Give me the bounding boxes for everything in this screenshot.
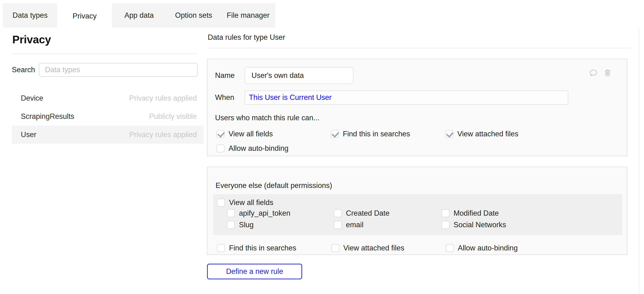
permissions-intro: Users who match this rule can... (215, 114, 619, 122)
checkbox-field-modified-date[interactable]: Modified Date (442, 209, 499, 217)
checkbox-field-email[interactable]: email (334, 221, 364, 229)
checkbox-box (442, 209, 450, 217)
content-right-border (639, 28, 639, 294)
tab-label: Data types (12, 11, 48, 20)
tab-privacy[interactable]: Privacy (57, 3, 112, 29)
checkbox-label: View all fields (228, 130, 273, 138)
define-new-rule-button[interactable]: Define a new rule (207, 264, 302, 279)
checkbox-label: Modified Date (454, 209, 499, 217)
checkbox-label: Slug (239, 221, 254, 229)
checkbox-find-in-searches[interactable]: Find this in searches (331, 130, 410, 138)
checkbox-box (217, 199, 225, 207)
right-panel: Data rules for type User (207, 33, 631, 279)
checkbox-box (227, 209, 235, 217)
data-type-name: User (21, 130, 36, 139)
rule-card: Name When This User is Current User User… (207, 59, 628, 156)
tab-label: App data (124, 11, 154, 20)
data-type-name: Device (21, 94, 43, 103)
when-label: When (215, 93, 245, 102)
search-row: Search (12, 63, 204, 77)
tab-app-data[interactable]: App data (112, 3, 166, 28)
checkbox-default-allow-auto-binding[interactable]: Allow auto-binding (446, 244, 518, 252)
fields-row-1: apify_api_token Created Date Modified Da… (227, 208, 622, 219)
list-item-user[interactable]: User Privacy rules applied (12, 125, 204, 144)
tab-data-types[interactable]: Data types (3, 3, 57, 28)
checkbox-box (331, 244, 339, 252)
checkbox-allow-auto-binding[interactable]: Allow auto-binding (216, 144, 288, 153)
when-row: When This User is Current User (215, 90, 619, 105)
checkbox-field-created-date[interactable]: Created Date (334, 209, 390, 217)
checkbox-label: email (346, 221, 364, 229)
list-item-device[interactable]: Device Privacy rules applied (12, 89, 204, 107)
checkbox-label: Social Networks (454, 221, 506, 229)
rule-card-actions (589, 68, 612, 78)
name-row: Name (215, 67, 619, 84)
checkbox-default-view-all-fields[interactable]: View all fields (217, 198, 273, 207)
name-label: Name (215, 71, 245, 80)
checkbox-box (442, 221, 450, 229)
comment-icon[interactable] (589, 68, 598, 78)
checkbox-view-all-fields[interactable]: View all fields (216, 130, 273, 138)
divider (12, 54, 198, 54)
checkbox-label: Find this in searches (229, 244, 296, 252)
data-type-name: ScrapingResults (21, 112, 74, 121)
fields-row-2: Slug email Social Networks (227, 219, 622, 231)
page-title: Privacy (12, 33, 204, 46)
permissions-row-1: View all fields Find this in searches Vi… (216, 130, 619, 139)
checkbox-box (227, 221, 235, 229)
checkbox-box (216, 130, 224, 138)
checkbox-box (216, 144, 224, 152)
checkbox-box (217, 244, 225, 252)
data-type-status: Privacy rules applied (129, 130, 197, 139)
data-type-list: Device Privacy rules applied ScrapingRes… (12, 89, 204, 144)
checkbox-field-apify-api-token[interactable]: apify_api_token (227, 209, 290, 217)
checkbox-box (334, 209, 342, 217)
checkbox-label: Allow auto-binding (458, 244, 518, 252)
checkbox-label: View attached files (343, 244, 404, 252)
checkbox-field-slug[interactable]: Slug (227, 221, 254, 229)
checkbox-label: Created Date (346, 209, 390, 217)
checkbox-box (331, 130, 339, 138)
checkbox-label: View attached files (457, 130, 518, 138)
divider (207, 48, 631, 48)
tab-label: File manager (227, 11, 270, 20)
search-input[interactable] (39, 63, 198, 77)
fields-region: View all fields apify_api_token Created (213, 194, 622, 235)
checkbox-label: View all fields (229, 198, 273, 207)
left-panel: Privacy Search Device Privacy rules appl… (12, 33, 204, 144)
rules-header: Data rules for type User (207, 33, 631, 42)
privacy-settings-screen: Data types Privacy App data Option sets … (0, 0, 644, 294)
data-type-status: Publicly visible (149, 112, 197, 121)
data-type-status: Privacy rules applied (129, 94, 197, 103)
checkbox-view-attached-files[interactable]: View attached files (445, 130, 518, 138)
checkbox-label: Allow auto-binding (228, 144, 288, 153)
default-permissions-row: Find this in searches View attached file… (217, 244, 620, 253)
checkbox-box (445, 130, 453, 138)
tab-file-manager[interactable]: File manager (221, 3, 276, 28)
list-item-scrapingresults[interactable]: ScrapingResults Publicly visible (12, 107, 204, 125)
default-permissions-card: Everyone else (default permissions) View… (207, 167, 628, 255)
tab-label: Privacy (73, 12, 97, 20)
tab-label: Option sets (175, 11, 212, 20)
checkbox-label: apify_api_token (239, 209, 290, 217)
permissions-row-2: Allow auto-binding (216, 144, 619, 153)
checkbox-default-view-attached-files[interactable]: View attached files (331, 244, 404, 252)
when-condition-box[interactable]: This User is Current User (245, 90, 568, 105)
tab-bar: Data types Privacy App data Option sets … (3, 3, 276, 28)
search-label: Search (12, 66, 39, 74)
default-card-title: Everyone else (default permissions) (213, 181, 620, 190)
checkbox-box (334, 221, 342, 229)
view-all-fields-row: View all fields (217, 197, 622, 208)
trash-icon[interactable] (603, 68, 612, 78)
checkbox-label: Find this in searches (343, 130, 410, 138)
checkbox-box (446, 244, 454, 252)
checkbox-field-social-networks[interactable]: Social Networks (442, 221, 506, 229)
when-condition-link: This User is Current User (249, 93, 332, 102)
tab-option-sets[interactable]: Option sets (166, 3, 221, 28)
rule-name-input[interactable] (245, 67, 354, 84)
checkbox-default-find-in-searches[interactable]: Find this in searches (217, 244, 296, 252)
